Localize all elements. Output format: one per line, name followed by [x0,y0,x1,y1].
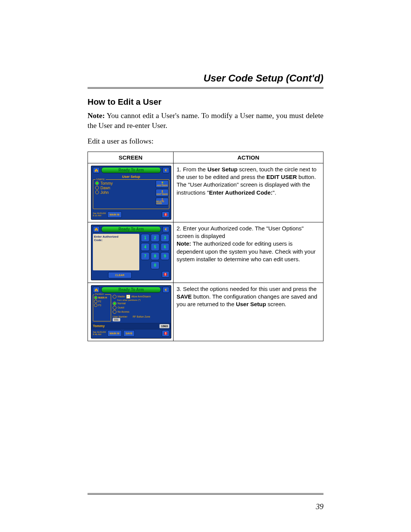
key-4: 4 [141,243,150,251]
home-icon [93,167,100,173]
chapter-title: User Code Setup (Cont'd) [88,72,323,84]
svg-point-1 [161,190,163,192]
radio-icon [95,190,99,194]
timestamp: Sat 01/01/00 8:10 AM [93,212,106,217]
edit-user-button: EDIT USER [156,189,169,197]
instruction-table: SCREEN ACTION Ready To Arm User Setup Us… [88,152,323,341]
svg-rect-4 [165,213,166,215]
rule-bottom [88,493,323,495]
back-icon [162,287,169,293]
intro-text: Edit a user as follows: [88,136,323,146]
note-text: You cannot edit a User's name. To modify… [88,112,323,129]
panic-icon [162,330,169,337]
home-icon [93,287,100,293]
radio-icon [94,296,97,299]
screen-cell-3: Ready To Arm Partition: MAIN H P2 P3 [88,283,174,341]
radio-icon [113,302,116,305]
user-number-value: 031 [113,318,120,321]
col-action: ACTION [174,152,323,163]
home-icon [93,226,100,232]
checkbox-icon: ✓ [126,295,130,299]
keypad: 1 2 3 4 5 6 7 8 9 0 [141,234,169,270]
action-cell-1: 1. From the User Setup screen, touch the… [174,163,323,222]
action-cell-3: 3. Select the options needed for this us… [174,283,323,341]
svg-rect-11 [165,334,166,334]
svg-point-2 [162,198,163,200]
svg-rect-10 [165,332,166,334]
radio-icon [94,300,97,303]
svg-rect-8 [165,275,166,275]
radio-icon [113,295,116,299]
note-label: Note: [88,112,105,120]
radio-icon [113,310,116,314]
key-0: 0 [151,261,159,269]
panic-icon [162,271,169,278]
radio-icon [95,181,99,185]
user-code-value: 1963 [159,324,169,328]
main-menu-button: MAIN M [107,330,122,337]
key-1: 1 [141,234,150,242]
key-8: 8 [151,252,159,260]
page-number: 39 [316,502,323,511]
svg-rect-7 [165,273,166,275]
partition-box: Partition: MAIN H P2 P3 [93,294,111,321]
key-7: 7 [141,252,150,260]
radio-icon [113,306,116,310]
key-2: 2 [151,234,159,242]
prompt-box: Enter Authorized Code: [93,234,139,270]
options-middle: Master ✓Allow Arm/Disarm from other part… [113,294,169,321]
key-5: 5 [151,243,159,251]
svg-rect-5 [165,215,166,216]
screen-cell-2: Ready To Arm Enter Authorized Code: 1 2 [88,222,174,283]
key-9: 9 [161,252,169,260]
key-3: 3 [161,234,169,242]
user-name-bar: Tommy 1963 [91,323,171,329]
key-6: 6 [161,243,169,251]
users-legend: Users: [96,177,106,181]
rule-top [88,87,323,89]
col-screen: SCREEN [88,152,174,163]
back-icon [162,167,169,173]
clear-button: CLEAR [108,272,132,278]
device-screen-user-setup: Ready To Arm User Setup Users: Tommy Daw… [91,166,171,220]
status-pill: Ready To Arm [101,287,161,293]
screen-cell-1: Ready To Arm User Setup Users: Tommy Daw… [88,163,174,222]
svg-point-0 [161,182,163,183]
back-icon [162,226,169,232]
status-pill: Ready To Arm [101,167,161,173]
panic-icon [162,211,169,218]
status-pill: Ready To Arm [101,226,161,232]
device-screen-auth-code: Ready To Arm Enter Authorized Code: 1 2 [91,225,171,280]
add-user-button: ADD USER [156,180,169,188]
radio-icon [94,304,97,307]
radio-icon [95,186,99,190]
delete-user-button: DELETE USER [156,198,169,205]
note-paragraph: Note: You cannot edit a User's name. To … [88,111,323,131]
save-button: SAVE [123,330,135,337]
section-heading: How to Edit a User [88,97,323,107]
device-screen-user-options: Ready To Arm Partition: MAIN H P2 P3 [91,285,171,339]
action-cell-2: 2. Enter your Authorized code. The "User… [174,222,323,283]
timestamp: Sat 01/01/00 8:46 AM [93,331,106,336]
main-menu-button: MAIN M [107,211,122,218]
